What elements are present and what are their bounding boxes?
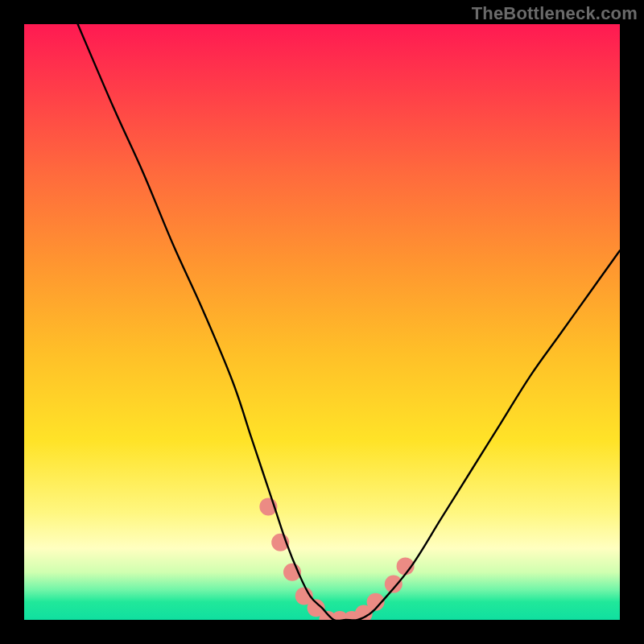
highlight-dot	[385, 576, 402, 593]
bottleneck-curve	[78, 24, 620, 620]
chart-frame: TheBottleneck.com	[0, 0, 644, 644]
curve-layer	[24, 24, 620, 620]
highlight-markers	[259, 497, 414, 620]
watermark-text: TheBottleneck.com	[472, 3, 638, 24]
plot-area	[24, 24, 620, 620]
